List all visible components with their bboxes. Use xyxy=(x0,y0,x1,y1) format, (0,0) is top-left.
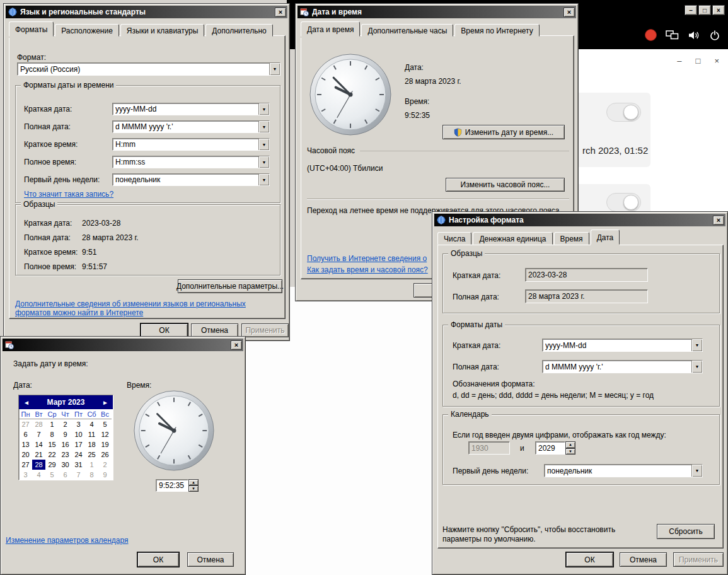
calendar-day[interactable]: 14 xyxy=(32,439,45,450)
year-to-value[interactable]: 2029 xyxy=(535,441,565,455)
calendar-day[interactable]: 17 xyxy=(72,439,85,450)
reset-button[interactable]: Сбросить xyxy=(657,524,715,539)
calendar-day[interactable]: 12 xyxy=(98,429,112,439)
calendar-day[interactable]: 6 xyxy=(19,429,32,439)
close-icon[interactable]: × xyxy=(275,8,286,17)
spin-up-icon[interactable] xyxy=(565,441,575,448)
short-date-select[interactable]: yyyy-MM-dd xyxy=(112,103,270,115)
tab-advanced[interactable]: Дополнительно xyxy=(205,24,272,37)
calendar-day[interactable]: 4 xyxy=(85,419,98,429)
chevron-down-icon[interactable] xyxy=(258,121,269,132)
calendar-day[interactable]: 15 xyxy=(45,439,59,450)
calendar-day[interactable]: 10 xyxy=(72,429,85,439)
tab-internet-time[interactable]: Время по Интернету xyxy=(454,24,539,37)
next-month-icon[interactable]: ► xyxy=(100,399,111,406)
calendar-day[interactable]: 22 xyxy=(45,450,59,460)
region-info-link[interactable]: Дополнительные сведения об изменении язы… xyxy=(15,299,280,317)
cancel-button[interactable]: Отмена xyxy=(187,552,234,567)
calendar-day[interactable]: 6 xyxy=(59,470,72,480)
ok-button[interactable]: ОК xyxy=(141,323,188,337)
tab-languages-keyboards[interactable]: Языки и клавиатуры xyxy=(120,24,204,37)
prev-month-icon[interactable]: ◄ xyxy=(21,399,32,406)
long-date-select[interactable]: d MMMM yyyy 'г.' xyxy=(112,120,270,133)
chevron-down-icon[interactable] xyxy=(691,361,702,373)
calendar-day[interactable]: 7 xyxy=(32,429,45,439)
chevron-down-icon[interactable] xyxy=(258,103,269,115)
short-time-select[interactable]: H:mm xyxy=(112,138,270,151)
short-date-format-select[interactable]: yyyy-MM-dd xyxy=(542,339,703,352)
tab-time[interactable]: Время xyxy=(554,232,589,245)
format-select[interactable]: Русский (Россия) xyxy=(17,62,280,76)
additional-settings-button[interactable]: Дополнительные параметры... xyxy=(178,279,282,293)
calendar-day[interactable]: 16 xyxy=(59,439,72,450)
spin-up-icon[interactable] xyxy=(188,479,199,485)
time-spinner-value[interactable]: 9:52:35 xyxy=(156,479,188,492)
calendar-day[interactable]: 8 xyxy=(45,429,59,439)
tab-additional-clocks[interactable]: Дополнительные часы xyxy=(361,24,453,37)
first-weekday-select[interactable]: понедельник xyxy=(544,464,703,477)
notation-help-link[interactable]: Что значит такая запись? xyxy=(24,190,113,199)
long-time-select[interactable]: H:mm:ss xyxy=(112,156,270,168)
long-date-format-select[interactable]: d MMMM yyyy 'г.' xyxy=(542,360,703,373)
calendar-day[interactable]: 7 xyxy=(72,470,85,480)
close-button[interactable]: × xyxy=(712,5,725,15)
calendar-day[interactable]: 3 xyxy=(19,470,32,480)
calendar-day[interactable]: 30 xyxy=(59,460,72,470)
ok-button[interactable]: ОК xyxy=(137,552,179,567)
close-icon[interactable]: × xyxy=(713,216,724,225)
calendar-day[interactable]: 2 xyxy=(59,419,72,429)
restore-button[interactable]: □ xyxy=(698,5,711,15)
auto-timezone-toggle[interactable] xyxy=(606,193,641,212)
calendar-day[interactable]: 5 xyxy=(45,470,59,480)
chevron-down-icon[interactable] xyxy=(269,63,280,75)
year-to-spinner[interactable]: 2029 xyxy=(535,441,575,455)
ok-button[interactable]: ОК xyxy=(566,552,613,567)
calendar-day[interactable]: 1 xyxy=(85,460,98,470)
chevron-down-icon[interactable] xyxy=(691,339,702,351)
cancel-button[interactable]: Отмена xyxy=(620,552,667,567)
calendar-day[interactable]: 28 xyxy=(32,460,45,470)
devices-icon[interactable] xyxy=(666,29,679,41)
calendar-day[interactable]: 5 xyxy=(98,419,112,429)
close-icon[interactable]: × xyxy=(563,8,575,17)
calendar-day[interactable]: 13 xyxy=(19,439,32,450)
calendar-day[interactable]: 9 xyxy=(98,470,112,480)
calendar-day[interactable]: 19 xyxy=(98,439,112,450)
calendar-day[interactable]: 3 xyxy=(72,419,85,429)
close-button[interactable]: × xyxy=(714,57,719,65)
calendar-day[interactable]: 24 xyxy=(72,450,85,460)
calendar-day[interactable]: 25 xyxy=(85,450,98,460)
minimize-button[interactable]: – xyxy=(677,57,681,65)
spin-down-icon[interactable] xyxy=(188,485,199,492)
tab-location[interactable]: Расположение xyxy=(55,24,119,37)
volume-icon[interactable] xyxy=(688,30,700,40)
change-datetime-button[interactable]: Изменить дату и время... xyxy=(442,125,565,139)
chevron-down-icon[interactable] xyxy=(258,156,269,168)
tab-formats[interactable]: Форматы xyxy=(9,21,54,37)
calendar-day[interactable]: 18 xyxy=(85,439,98,450)
calendar-day[interactable]: 21 xyxy=(32,450,45,460)
chevron-down-icon[interactable] xyxy=(258,174,269,185)
calendar-day[interactable]: 27 xyxy=(19,419,32,429)
calendar-day[interactable]: 2 xyxy=(98,460,112,470)
change-timezone-button[interactable]: Изменить часовой пояс... xyxy=(446,178,565,192)
format-dialog-titlebar[interactable]: Настройка формата × xyxy=(434,214,725,226)
calendar-day[interactable]: 26 xyxy=(98,450,112,460)
howto-set-time-link[interactable]: Как задать время и часовой пояс? xyxy=(307,265,428,274)
chevron-down-icon[interactable] xyxy=(691,465,702,477)
tab-currency[interactable]: Денежная единица xyxy=(473,232,552,245)
minimize-button[interactable]: – xyxy=(685,5,697,15)
region-dialog-titlebar[interactable]: Язык и региональные стандарты × xyxy=(6,6,287,18)
tab-numbers[interactable]: Числа xyxy=(437,232,471,245)
tab-date-time[interactable]: Дата и время xyxy=(301,21,360,37)
calendar-day[interactable]: 8 xyxy=(85,470,98,480)
calendar-day[interactable]: 20 xyxy=(19,450,32,460)
chevron-down-icon[interactable] xyxy=(258,139,269,150)
dst-online-info-link[interactable]: Получить в Интернете сведения о xyxy=(307,254,427,263)
cancel-button[interactable]: Отмена xyxy=(191,323,238,337)
calendar-day[interactable]: 11 xyxy=(85,429,98,439)
time-spinner[interactable]: 9:52:35 xyxy=(156,479,199,492)
spin-down-icon[interactable] xyxy=(565,448,575,455)
restore-button[interactable]: □ xyxy=(696,57,701,65)
calendar-day[interactable]: 4 xyxy=(32,470,45,480)
